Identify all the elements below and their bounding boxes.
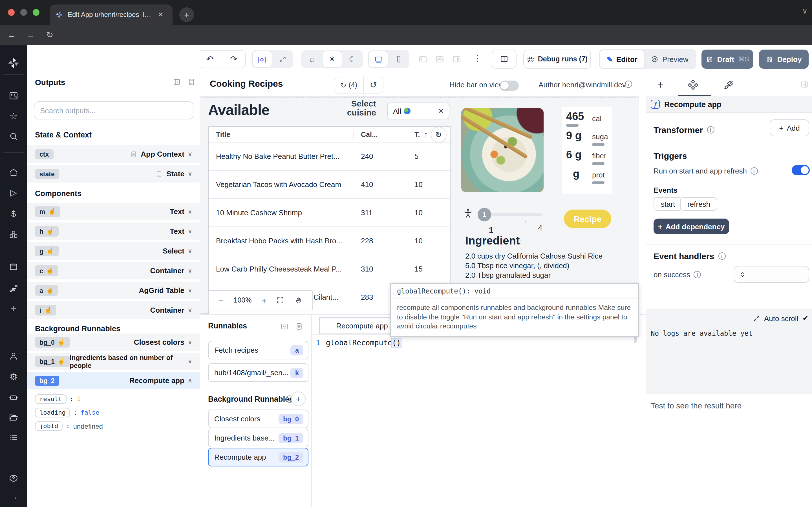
collapse-panel-icon[interactable]	[172, 78, 181, 86]
expand-logs-icon[interactable]	[753, 315, 760, 322]
table-row[interactable]: Healthy No Bake Peanut Butter Pret...240…	[209, 143, 450, 171]
collapse-right-panel-icon[interactable]	[800, 80, 809, 89]
pan-hand-icon[interactable]	[294, 296, 302, 304]
component-badge[interactable]: a☝	[35, 285, 58, 296]
add-transformer-button[interactable]: +Add	[770, 119, 809, 136]
search-outputs-input[interactable]: Search outputs...	[34, 101, 193, 119]
tab-close-icon[interactable]: ✕	[158, 11, 163, 18]
bg2-row-selected[interactable]: bg_2 Recompute app∧	[27, 372, 200, 389]
reload-icon[interactable]: ↻	[46, 30, 53, 40]
folder-icon[interactable]	[9, 413, 18, 422]
sort-asc-icon[interactable]: ↑	[424, 130, 428, 138]
desktop-view-icon[interactable]	[369, 51, 388, 67]
component-badge[interactable]: i☝	[35, 305, 56, 316]
chevron-down-icon[interactable]: ∨	[188, 208, 192, 215]
component-row-g[interactable]: g☝ Select∨	[27, 242, 200, 260]
chevron-down-icon[interactable]: ∨	[188, 267, 192, 274]
chevron-down-icon[interactable]: ∨	[188, 358, 192, 365]
mobile-view-icon[interactable]	[389, 51, 408, 67]
collapse-rail-arrow-icon[interactable]: →	[9, 492, 18, 501]
close-window-button[interactable]	[8, 9, 15, 16]
table-row[interactable]: 10 Minute Cashew Shrimp31110	[209, 199, 450, 227]
settings-gear-icon[interactable]: ⚙	[10, 372, 18, 382]
rail-plus-icon[interactable]: +	[11, 303, 16, 314]
event-chip-refresh[interactable]: refresh	[680, 197, 718, 211]
light-theme-icon[interactable]: ☀	[322, 51, 342, 67]
code-line[interactable]: 1 globalRecompute()	[316, 339, 401, 347]
run-on-start-info-icon[interactable]: i	[750, 167, 758, 175]
resources-cubes-icon[interactable]	[9, 230, 18, 239]
debug-runs-button[interactable]: Debug runs (7)	[523, 50, 591, 69]
docs-book-button[interactable]	[492, 50, 516, 69]
component-badge[interactable]: g☝	[35, 245, 59, 256]
center-layout-button[interactable]: |o|	[253, 51, 272, 67]
draft-button[interactable]: Draft⌘S	[702, 50, 753, 69]
loading-key[interactable]: loading	[35, 408, 70, 417]
recipe-button[interactable]: Recipe	[564, 210, 611, 228]
bg-runnable-closest-colors[interactable]: Closest colors bg_0	[208, 409, 308, 428]
ctx-badge[interactable]: ctx	[35, 149, 53, 159]
table-row[interactable]: Vegetarian Tacos with Avocado Cream41010	[209, 171, 450, 199]
chevron-down-icon[interactable]: ∨	[188, 339, 192, 346]
table-row[interactable]: Low Carb Philly Cheesesteak Meal P...310…	[209, 255, 450, 283]
component-row-a[interactable]: a☝ AgGrid Table∨	[27, 282, 200, 299]
editor-tab[interactable]: ✎ Editor	[600, 50, 644, 68]
bg2-badge[interactable]: bg_2	[35, 376, 59, 386]
doc-panel-icon[interactable]	[187, 78, 196, 86]
help-icon[interactable]	[9, 473, 18, 483]
col-time[interactable]: T.	[414, 131, 420, 138]
left-panel-icon[interactable]	[417, 54, 428, 65]
fit-view-icon[interactable]	[276, 296, 285, 304]
user-icon[interactable]	[9, 351, 18, 361]
routes-icon[interactable]	[9, 284, 18, 293]
bg-runnable-ingredients[interactable]: Ingredients base... bg_1	[208, 429, 308, 447]
favorites-star-icon[interactable]: ☆	[10, 111, 18, 121]
windmill-logo[interactable]	[7, 57, 20, 69]
transformer-info-icon[interactable]: i	[707, 126, 714, 133]
schedules-calendar-icon[interactable]	[9, 262, 18, 271]
on-success-info-icon[interactable]: i	[694, 271, 701, 278]
chevron-down-icon[interactable]: ∨	[188, 170, 192, 177]
event-chip-start[interactable]: start	[654, 197, 682, 211]
table-refresh-button[interactable]: ↻	[431, 127, 447, 143]
bg0-row[interactable]: bg_0☝ Closest colors∨	[27, 334, 200, 351]
people-slider-track[interactable]	[485, 213, 542, 216]
zoom-out-icon[interactable]: −	[218, 295, 223, 305]
chevron-down-icon[interactable]: ∨	[188, 306, 192, 314]
chevron-up-icon[interactable]: ∧	[188, 377, 192, 384]
add-bg-runnable-button[interactable]: +	[291, 392, 306, 406]
runnable-fetch-recipes[interactable]: Fetch recipes a	[208, 341, 308, 359]
tab-search-chevron-icon[interactable]: ∨	[802, 7, 808, 15]
chevron-down-icon[interactable]: ∨	[188, 287, 192, 294]
search-icon[interactable]	[9, 131, 18, 141]
doc-panel-icon[interactable]	[295, 322, 303, 331]
zoom-in-icon[interactable]: +	[262, 295, 267, 305]
dark-theme-icon[interactable]: ☾	[343, 51, 362, 67]
undo-button[interactable]: ↶	[198, 51, 221, 68]
robot-icon[interactable]	[8, 392, 18, 402]
chevron-down-icon[interactable]: ∨	[188, 247, 192, 255]
runs-play-icon[interactable]: ▷	[10, 187, 17, 198]
chevron-down-icon[interactable]: ∨	[188, 228, 192, 235]
component-row-i[interactable]: i☝ Container∨	[27, 301, 200, 319]
bottom-panel-icon[interactable]	[434, 54, 446, 65]
author-info-icon[interactable]: i	[625, 80, 632, 88]
add-dependency-button[interactable]: +Add dependency	[654, 219, 729, 234]
component-badge[interactable]: m☝	[35, 206, 60, 217]
maximize-window-button[interactable]	[33, 9, 40, 16]
component-badge[interactable]: h☝	[35, 226, 59, 237]
result-key[interactable]: result	[35, 394, 66, 404]
apps-icon[interactable]	[9, 91, 18, 101]
table-row[interactable]: Breakfast Hobo Packs with Hash Bro...228…	[209, 227, 450, 255]
expand-layout-button[interactable]	[273, 51, 292, 67]
insert-component-tab-icon[interactable]: +	[658, 79, 664, 91]
redo-button[interactable]: ↷	[221, 51, 245, 68]
hide-bar-toggle[interactable]	[500, 80, 519, 91]
event-handlers-info-icon[interactable]: i	[718, 252, 725, 260]
dock-panel-icon[interactable]	[280, 322, 289, 331]
home-icon[interactable]	[9, 168, 18, 177]
refresh-all-button[interactable]: ↻(4)	[335, 77, 363, 93]
new-tab-button[interactable]: +	[179, 7, 194, 22]
output-row-ctx[interactable]: ctx App Context ∨	[27, 145, 200, 163]
state-badge[interactable]: state	[35, 169, 59, 179]
